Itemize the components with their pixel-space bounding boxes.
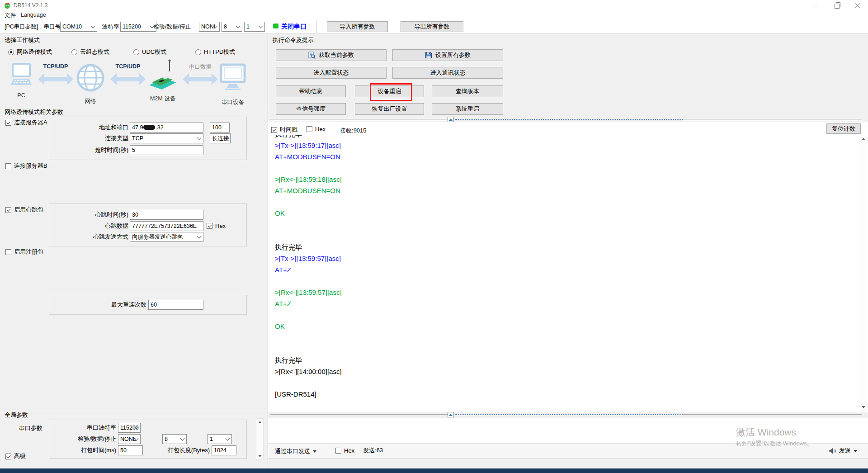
scroll-up-icon[interactable]	[256, 421, 263, 423]
export-params-button[interactable]: 导出所有参数	[401, 21, 463, 32]
double-arrow-icon	[183, 73, 218, 85]
global-params-scrollbar[interactable]	[256, 418, 264, 460]
gp-baud-select[interactable]: 115200	[118, 423, 141, 433]
log-line	[275, 196, 854, 208]
checkbox-label: Hex	[215, 222, 226, 229]
timeout-input[interactable]: 5	[130, 145, 203, 155]
reset-count-button[interactable]: 复位计数	[826, 123, 861, 134]
send-via-serial-dropdown[interactable]: 通过串口发送	[275, 447, 316, 455]
radio-icon	[8, 49, 14, 55]
send-hex-checkbox[interactable]: Hex	[335, 447, 354, 454]
chevron-down-icon	[91, 24, 95, 28]
log-body: 执行完毕>[Tx->][13:59:17][asc]AT+MODBUSEN=ON…	[275, 135, 854, 400]
log-bottom-slider-track[interactable]	[270, 414, 448, 416]
query-version-button[interactable]: 查询版本	[432, 85, 503, 97]
log-output: 执行完毕>[Tx->][13:59:17][asc]AT+MODBUSEN=ON…	[275, 135, 854, 402]
scroll-up-icon[interactable]	[860, 138, 867, 140]
gp-stopbits-select[interactable]: 1	[208, 434, 232, 444]
databits-select[interactable]: 8	[222, 22, 242, 32]
log-top-slider-track[interactable]	[683, 119, 862, 121]
gp-databits-select[interactable]: 8	[162, 434, 187, 444]
enter-comm-button[interactable]: 进入通讯状态	[392, 67, 503, 79]
log-hex-checkbox[interactable]: Hex	[307, 126, 326, 132]
hb-hex-checkbox[interactable]: Hex	[207, 222, 226, 229]
log-line: >[Rx<-][14:00:00][asc]	[275, 366, 854, 377]
log-scrollbar[interactable]	[860, 136, 867, 411]
log-line: >[Rx<-][13:59:18][asc]	[275, 174, 854, 185]
chevron-down-icon	[259, 24, 263, 28]
log-bottom-slider-track[interactable]	[683, 414, 862, 416]
reconnect-input[interactable]: 60	[148, 300, 203, 310]
server-b-checkbox[interactable]: 连接服务器B	[5, 162, 47, 170]
log-line: AT+Z	[275, 264, 854, 275]
com-port-select[interactable]: COM10	[60, 22, 97, 32]
help-info-button[interactable]: 帮助信息	[276, 85, 346, 97]
register-checkbox[interactable]: 启用注册包	[5, 248, 43, 256]
menu-language[interactable]: Language	[21, 12, 46, 18]
hb-mode-label: 心跳发送方式	[49, 232, 128, 242]
hb-time-input[interactable]: 30	[130, 210, 203, 220]
server-a-address-input[interactable]: 47.9.32	[130, 123, 203, 132]
work-mode-header: 选择工作模式	[0, 35, 268, 45]
baud-select[interactable]: 115200	[120, 22, 156, 32]
radio-net-transparent-mode[interactable]: 网络透传模式	[8, 48, 52, 56]
double-arrow-icon	[110, 73, 146, 85]
timestamp-checkbox[interactable]: 时间戳	[271, 126, 297, 134]
radio-cloud-mode[interactable]: 云组态模式	[71, 48, 109, 56]
menu-file[interactable]: 文件	[5, 12, 16, 19]
server-a-port-input[interactable]: 100	[210, 123, 230, 132]
redaction-scribble	[143, 125, 155, 130]
get-params-button[interactable]: 获取当前参数	[276, 49, 387, 61]
hb-data-input[interactable]: 7777772E7573722E636E	[130, 221, 203, 231]
pack-time-input[interactable]: 50	[118, 445, 143, 455]
log-bottom-slider-thumb[interactable]	[448, 412, 454, 417]
advanced-checkbox[interactable]: 高级	[5, 452, 26, 460]
radio-httpd-mode[interactable]: HTTPD模式	[195, 48, 235, 56]
command-panel-header: 执行命令及提示	[268, 35, 868, 45]
restore-button[interactable]	[826, 0, 847, 12]
set-params-button[interactable]: 设置所有参数	[392, 49, 503, 61]
close-button[interactable]	[847, 0, 868, 12]
checkbox-icon	[207, 223, 212, 229]
conn-type-select[interactable]: TCP	[130, 133, 203, 143]
log-line: AT+MODBUSEN=ON	[275, 185, 854, 196]
scroll-down-icon[interactable]	[256, 455, 263, 457]
server-a-checkbox[interactable]: 连接服务器A	[5, 118, 47, 127]
net-params-header: 网络透传模式相关参数	[0, 107, 268, 117]
hb-mode-select[interactable]: 向服务器发送心跳包	[130, 232, 203, 242]
menu-bar: 文件 Language	[0, 11, 868, 20]
gp-parity-select[interactable]: NONE	[118, 434, 141, 444]
log-top-slider-thumb[interactable]	[448, 117, 454, 122]
scroll-down-icon[interactable]	[860, 406, 867, 408]
network-node-label: 网络	[76, 98, 105, 105]
parity-select[interactable]: NONI	[199, 22, 220, 32]
system-restart-button[interactable]: 系统重启	[432, 103, 503, 115]
conn-type-label: 连接类型	[49, 133, 128, 143]
heartbeat-checkbox[interactable]: 启用心跳包	[5, 206, 43, 214]
global-serial-group: 串口波特率 115200 检验/数据/停止 NONE 8 1 打包时间(ms) …	[49, 420, 247, 459]
factory-reset-button[interactable]: 恢复出厂设置	[355, 103, 424, 115]
radio-udc-mode[interactable]: UDC模式	[133, 48, 166, 56]
link-pc-net-label: TCP/UDP	[38, 63, 73, 70]
stopbits-select[interactable]: 1	[244, 22, 265, 32]
import-params-button[interactable]: 导入所有参数	[327, 21, 388, 32]
close-port-button[interactable]: 关闭串口	[281, 23, 307, 31]
send-button[interactable]: 发送	[829, 447, 857, 455]
chevron-down-icon	[197, 136, 202, 140]
enter-config-button[interactable]: 进入配置状态	[276, 67, 387, 79]
hb-mode-value: 向服务器发送心跳包	[132, 234, 183, 240]
pack-len-input[interactable]: 1024	[212, 445, 236, 455]
restore-icon	[835, 4, 840, 9]
document-search-icon	[308, 52, 316, 59]
query-signal-button[interactable]: 查信号强度	[276, 103, 346, 115]
serial-group-label: 串口参数	[19, 423, 42, 433]
radio-label: 云组态模式	[80, 48, 109, 56]
activate-windows-hint: 转到"设置"以激活 Windows。	[736, 440, 813, 448]
com-port-value: COM10	[62, 24, 82, 30]
log-bottom-slider-dots	[455, 414, 683, 415]
minimize-button[interactable]	[806, 0, 826, 12]
conn-keep-select[interactable]: 长连接	[210, 133, 231, 143]
chevron-down-icon	[313, 450, 316, 453]
window-title: DR514 V2.1.3	[14, 2, 47, 9]
log-top-slider-track[interactable]	[270, 119, 448, 121]
